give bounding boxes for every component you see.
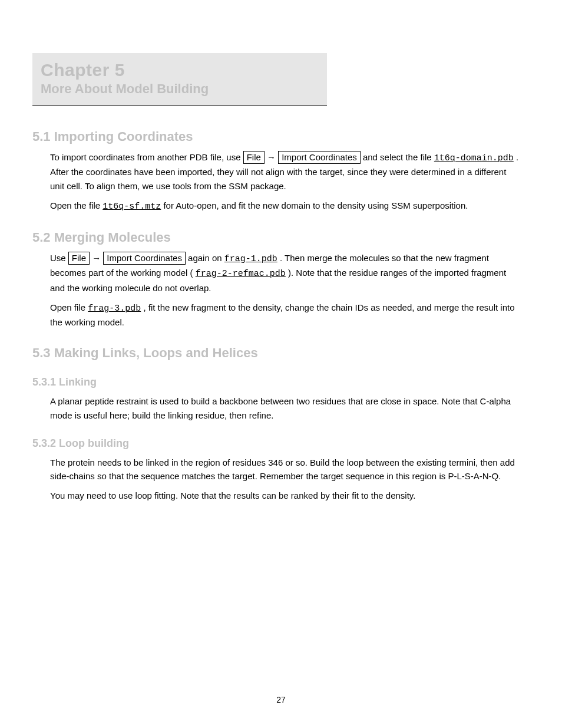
para-5-3-1: A planar peptide restraint is used to bu… — [50, 394, 521, 422]
filename-frag-3: frag-3.pdb — [88, 304, 141, 314]
page-body: 5.1 Importing Coordinates To import coor… — [32, 129, 521, 503]
menu-file: File — [243, 151, 265, 164]
text: again on — [188, 253, 224, 263]
section-title-links-loops: 5.3 Making Links, Loops and Helices — [32, 345, 521, 361]
page-number: 27 — [0, 695, 562, 704]
text: for Auto-open, and fit the new domain to… — [163, 200, 468, 210]
page: Chapter 5 More About Model Building 5.1 … — [0, 0, 562, 728]
text: → — [92, 253, 103, 263]
filename-frag-2-refmac: frag-2-refmac.pdb — [196, 269, 286, 279]
chapter-tag: Chapter 5 — [41, 60, 319, 80]
subsection-title-linking: 5.3.1 Linking — [32, 376, 521, 388]
para-5-3-2-a: The protein needs to be linked in the re… — [50, 456, 521, 483]
text: and select the file — [363, 152, 434, 162]
para-5-2-a: Use File → Import Coordinates again on f… — [50, 251, 521, 295]
section-title-importing: 5.1 Importing Coordinates — [32, 129, 521, 144]
menu-file-2: File — [68, 252, 90, 265]
text: Use — [50, 253, 68, 263]
menu-import-coordinates: Import Coordinates — [278, 151, 361, 164]
section-title-merging: 5.2 Merging Molecules — [32, 230, 521, 245]
chapter-heading-band: Chapter 5 More About Model Building — [32, 53, 327, 105]
para-5-2-b: Open file frag-3.pdb , fit the new fragm… — [50, 301, 521, 330]
filename-frag-1: frag-1.pdb — [224, 254, 277, 264]
chapter-title: More About Model Building — [41, 81, 319, 97]
subsection-title-loop-building: 5.3.2 Loop building — [32, 437, 521, 450]
filename-1t6q-sf: 1t6q-sf.mtz — [103, 202, 161, 212]
chapter-heading-block: Chapter 5 More About Model Building — [32, 53, 327, 106]
text: → — [267, 152, 278, 162]
menu-import-coordinates-2: Import Coordinates — [103, 252, 186, 265]
text: Open file — [50, 302, 88, 312]
para-5-1-a: To import coordinates from another PDB f… — [50, 150, 521, 193]
para-5-3-2-b: You may need to use loop fitting. Note t… — [50, 489, 521, 502]
text: To import coordinates from another PDB f… — [50, 152, 243, 162]
para-5-1-b: Open the file 1t6q-sf.mtz for Auto-open,… — [50, 199, 521, 213]
filename-1t6q-domain: 1t6q-domain.pdb — [434, 153, 514, 163]
text: Open the file — [50, 200, 103, 210]
